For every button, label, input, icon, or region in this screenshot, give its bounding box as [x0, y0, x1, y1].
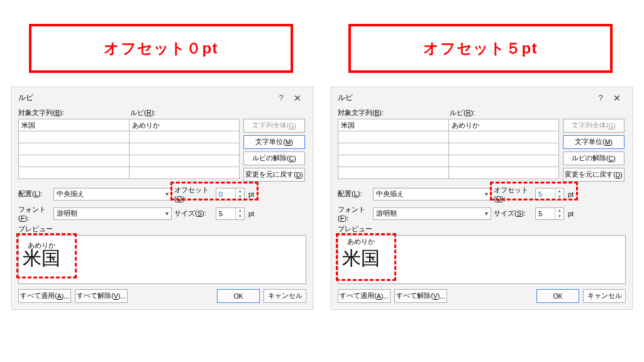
offset-label: オフセット(O): [174, 185, 213, 202]
close-button[interactable]: ✕ [608, 93, 626, 103]
title-left: オフセット０pt [29, 24, 293, 73]
pt-unit: pt [568, 210, 574, 217]
ruby-dialog-right: ルビ ? ✕ 対象文字列(B): ルビ(R): 米国あめりか 文字列全体(G) [331, 87, 633, 310]
font-label: フォント(F): [338, 205, 370, 222]
clear-all-button[interactable]: すべて解除(V)... [75, 289, 128, 303]
chevron-down-icon: ▾ [165, 210, 169, 217]
align-label: 配置(L): [338, 189, 370, 199]
spin-down-icon[interactable]: ▾ [555, 194, 564, 200]
offset-label: オフセット(O): [494, 185, 533, 202]
spin-down-icon[interactable]: ▾ [555, 214, 564, 219]
offset-spin[interactable]: 0 ▴▾ [216, 188, 245, 200]
ruby-cell[interactable]: あめりか [129, 119, 240, 131]
help-button[interactable]: ? [593, 93, 608, 102]
clear-all-button[interactable]: すべて解除(V)... [394, 289, 447, 303]
offset-spin[interactable]: 5 ▴▾ [535, 188, 564, 200]
apply-all-button[interactable]: すべて適用(A)... [18, 289, 71, 303]
font-combo[interactable]: 游明朝▾ [53, 207, 172, 220]
font-combo[interactable]: 游明朝▾ [373, 207, 491, 220]
target-string-label: 対象文字列(B): [18, 108, 130, 118]
clear-ruby-button[interactable]: ルビの解除(C) [563, 151, 625, 165]
ruby-table[interactable]: 米国あめりか [18, 119, 240, 179]
preview-area: あめりか 米国 [18, 235, 306, 284]
target-cell[interactable]: 米国 [19, 119, 130, 131]
ruby-label: ルビ(R): [130, 108, 238, 118]
size-label: サイズ(S): [494, 209, 533, 218]
chevron-down-icon: ▾ [485, 210, 488, 217]
close-button[interactable]: ✕ [289, 93, 306, 103]
whole-string-button: 文字列全体(G) [563, 119, 625, 133]
target-string-label: 対象文字列(B): [338, 108, 450, 118]
spin-up-icon[interactable]: ▴ [555, 208, 564, 214]
whole-string-button: 文字列全体(G) [243, 119, 305, 133]
spin-down-icon[interactable]: ▾ [236, 214, 244, 219]
preview-label: プレビュー [338, 224, 626, 234]
pt-unit: pt [248, 190, 254, 198]
size-spin[interactable]: 5 ▴▾ [216, 207, 245, 220]
ruby-dialog-left: ルビ ? ✕ 対象文字列(B): ルビ(R): 米国あめりか 文字列全体(G) [11, 87, 313, 310]
ruby-label: ルビ(R): [450, 108, 558, 118]
clear-ruby-button[interactable]: ルビの解除(C) [243, 151, 305, 165]
preview-label: プレビュー [18, 224, 306, 234]
pt-unit: pt [568, 190, 574, 198]
title-right: オフセット５pt [348, 24, 613, 73]
preview-area: あめりか 米国 [338, 235, 626, 284]
per-char-button[interactable]: 文字単位(M) [243, 135, 305, 149]
spin-down-icon[interactable]: ▾ [236, 194, 244, 200]
target-cell[interactable]: 米国 [338, 119, 449, 131]
size-spin[interactable]: 5 ▴▾ [535, 207, 564, 220]
dialog-title: ルビ [338, 92, 593, 103]
cancel-button[interactable]: キャンセル [583, 289, 626, 303]
cancel-button[interactable]: キャンセル [264, 289, 306, 303]
align-label: 配置(L): [18, 189, 51, 199]
spin-up-icon[interactable]: ▴ [555, 189, 564, 194]
align-combo[interactable]: 中央揃え▾ [373, 188, 491, 200]
ruby-table[interactable]: 米国あめりか [338, 119, 559, 179]
spin-up-icon[interactable]: ▴ [236, 208, 244, 214]
chevron-down-icon: ▾ [165, 190, 169, 197]
ruby-cell[interactable]: あめりか [448, 119, 559, 131]
chevron-down-icon: ▾ [485, 190, 488, 197]
font-label: フォント(F): [18, 205, 51, 222]
revert-button[interactable]: 変更を元に戻す(D) [563, 168, 625, 182]
preview-base: 米国 [342, 249, 380, 268]
ok-button[interactable]: OK [217, 289, 260, 303]
dialog-title: ルビ [18, 92, 274, 103]
spin-up-icon[interactable]: ▴ [236, 189, 244, 194]
preview-ruby: あめりか [342, 238, 380, 245]
preview-base: 米国 [23, 249, 60, 268]
ok-button[interactable]: OK [536, 289, 579, 303]
align-combo[interactable]: 中央揃え▾ [53, 188, 172, 200]
apply-all-button[interactable]: すべて適用(A)... [338, 289, 391, 303]
per-char-button[interactable]: 文字単位(M) [563, 135, 625, 149]
pt-unit: pt [248, 210, 254, 217]
size-label: サイズ(S): [174, 209, 213, 218]
help-button[interactable]: ? [274, 93, 289, 102]
revert-button[interactable]: 変更を元に戻す(D) [243, 168, 305, 182]
